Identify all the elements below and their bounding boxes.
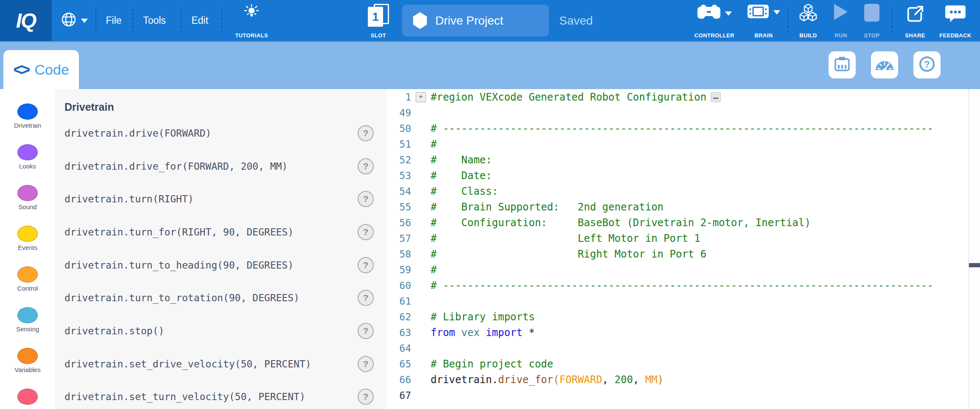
code-text: # Left Motor in Port 1: [431, 233, 700, 244]
feedback-button[interactable]: FEEDBACK: [936, 4, 975, 39]
command-help-button[interactable]: ?: [358, 125, 374, 141]
category-events[interactable]: Events: [0, 216, 55, 257]
code-line[interactable]: 52# Name:: [386, 152, 969, 168]
command-text[interactable]: drivetrain.drive(FORWARD): [64, 128, 211, 139]
project-name-button[interactable]: Drive Project: [402, 5, 549, 36]
command-row[interactable]: drivetrain.stop()?: [55, 314, 386, 347]
command-help-button[interactable]: ?: [358, 389, 374, 405]
category-circle[interactable]: [17, 144, 38, 160]
command-text[interactable]: drivetrain.turn_to_heading(90, DEGREES): [64, 260, 294, 271]
code-line[interactable]: 54# Class:: [386, 183, 969, 199]
category-circle[interactable]: [17, 348, 38, 364]
menu-file[interactable]: File: [101, 0, 126, 41]
command-text[interactable]: drivetrain.set_drive_velocity(50, PERCEN…: [64, 359, 311, 370]
command-help-button[interactable]: ?: [358, 323, 374, 339]
fold-plus-icon[interactable]: +: [416, 92, 426, 102]
scrollbar-track[interactable]: [969, 89, 980, 409]
collapsed-code-badge[interactable]: …: [711, 92, 721, 102]
category-circle[interactable]: [17, 307, 38, 323]
slot-label: SLOT: [371, 32, 386, 39]
menu-edit[interactable]: Edit: [187, 0, 213, 41]
command-text[interactable]: drivetrain.turn(RIGHT): [64, 193, 194, 204]
command-row[interactable]: drivetrain.turn_to_heading(90, DEGREES)?: [55, 249, 386, 282]
command-help-button[interactable]: ?: [358, 158, 374, 174]
command-help-button[interactable]: ?: [358, 356, 374, 372]
category-circle[interactable]: [17, 185, 38, 201]
code-line[interactable]: 55# Brain Supported: 2nd generation: [386, 199, 969, 215]
code-line[interactable]: 49: [386, 105, 969, 120]
menu-tools[interactable]: Tools: [138, 0, 171, 41]
command-row[interactable]: drivetrain.set_drive_velocity(50, PERCEN…: [55, 347, 386, 381]
code-lines: 1+#region VEXcode Generated Robot Config…: [386, 89, 969, 403]
code-editor[interactable]: 1+#region VEXcode Generated Robot Config…: [386, 89, 969, 409]
code-line[interactable]: 61: [386, 293, 969, 309]
code-line[interactable]: 57# Left Motor in Port 1: [386, 230, 969, 246]
tab-code[interactable]: <> Code: [3, 50, 79, 89]
brain-icon: [747, 4, 769, 21]
category-sensing[interactable]: Sensing: [0, 298, 55, 339]
code-line[interactable]: 67: [386, 387, 969, 403]
command-help-button[interactable]: ?: [358, 257, 374, 273]
scrollbar-thumb[interactable]: [969, 263, 980, 267]
language-globe-button[interactable]: [59, 0, 90, 41]
controller-label: CONTROLLER: [694, 32, 734, 39]
command-text[interactable]: drivetrain.turn_for(RIGHT, 90, DEGREES): [64, 227, 294, 238]
command-row[interactable]: drivetrain.turn_for(RIGHT, 90, DEGREES)?: [55, 216, 386, 249]
device-info-button[interactable]: [829, 51, 856, 78]
category-circle[interactable]: [17, 104, 38, 120]
category-8[interactable]: [0, 379, 55, 409]
code-line[interactable]: 58# Right Motor in Port 6: [386, 246, 969, 262]
line-number: 1: [386, 92, 411, 103]
command-row[interactable]: drivetrain.set_turn_velocity(50, PERCENT…: [55, 381, 386, 409]
category-circle[interactable]: [17, 389, 38, 405]
category-control[interactable]: Control: [0, 257, 55, 298]
help-button[interactable]: ?: [913, 51, 941, 78]
category-drivetrain[interactable]: Drivetrain: [0, 89, 55, 135]
slot-button[interactable]: 1 SLOT: [363, 4, 394, 39]
controller-button[interactable]: CONTROLLER: [688, 4, 741, 39]
svg-text:?: ?: [924, 59, 930, 70]
code-line[interactable]: 53# Date:: [386, 168, 969, 183]
command-text[interactable]: drivetrain.drive_for(FORWARD, 200, MM): [64, 161, 288, 172]
code-line[interactable]: 65# Begin project code: [386, 356, 969, 372]
save-status: Saved: [559, 0, 593, 41]
stop-button[interactable]: STOP: [860, 4, 884, 39]
code-line[interactable]: 63from vex import *: [386, 325, 969, 340]
tutorials-button[interactable]: TUTORIALS: [228, 4, 275, 39]
command-help-button[interactable]: ?: [358, 191, 374, 207]
brain-button[interactable]: BRAIN: [743, 4, 784, 39]
run-button[interactable]: RUN: [828, 4, 854, 39]
command-text[interactable]: drivetrain.stop(): [64, 325, 164, 336]
line-number: 64: [386, 343, 411, 354]
command-row[interactable]: drivetrain.turn(RIGHT)?: [55, 182, 386, 216]
command-row[interactable]: drivetrain.drive_for(FORWARD, 200, MM)?: [55, 150, 386, 183]
command-help-button[interactable]: ?: [358, 290, 374, 306]
iq-logo[interactable]: IQ: [0, 0, 52, 41]
category-variables[interactable]: Variables: [0, 339, 55, 379]
category-sound[interactable]: Sound: [0, 176, 55, 216]
code-line[interactable]: 51#: [386, 136, 969, 152]
code-line[interactable]: 56# Configuration: BaseBot (Drivetrain 2…: [386, 215, 969, 230]
category-circle[interactable]: [17, 226, 38, 242]
iq-logo-text: IQ: [16, 9, 36, 32]
command-row[interactable]: drivetrain.drive(FORWARD)?: [55, 117, 386, 150]
code-line[interactable]: 66drivetrain.drive_for(FORWARD, 200, MM): [386, 372, 969, 387]
code-line[interactable]: 59#: [386, 262, 969, 277]
code-line[interactable]: 60# ------------------------------------…: [386, 277, 969, 293]
command-row[interactable]: drivetrain.turn_to_rotation(90, DEGREES)…: [55, 281, 386, 314]
code-text: # --------------------------------------…: [431, 123, 933, 134]
build-button[interactable]: BUILD: [794, 4, 822, 39]
command-text[interactable]: drivetrain.turn_to_rotation(90, DEGREES): [64, 292, 300, 303]
code-line[interactable]: 62# Library imports: [386, 309, 969, 325]
category-looks[interactable]: Looks: [0, 135, 55, 176]
code-line[interactable]: 1+#region VEXcode Generated Robot Config…: [386, 89, 969, 105]
code-line[interactable]: 64: [386, 340, 969, 356]
lightbulb-icon: [244, 4, 259, 23]
command-text[interactable]: drivetrain.set_turn_velocity(50, PERCENT…: [64, 391, 305, 402]
dashboard-button[interactable]: [871, 51, 898, 78]
brain-port-icon: [833, 55, 851, 75]
share-button[interactable]: SHARE: [899, 4, 931, 39]
code-line[interactable]: 50# ------------------------------------…: [386, 120, 969, 136]
command-help-button[interactable]: ?: [358, 224, 374, 240]
category-circle[interactable]: [17, 266, 38, 283]
